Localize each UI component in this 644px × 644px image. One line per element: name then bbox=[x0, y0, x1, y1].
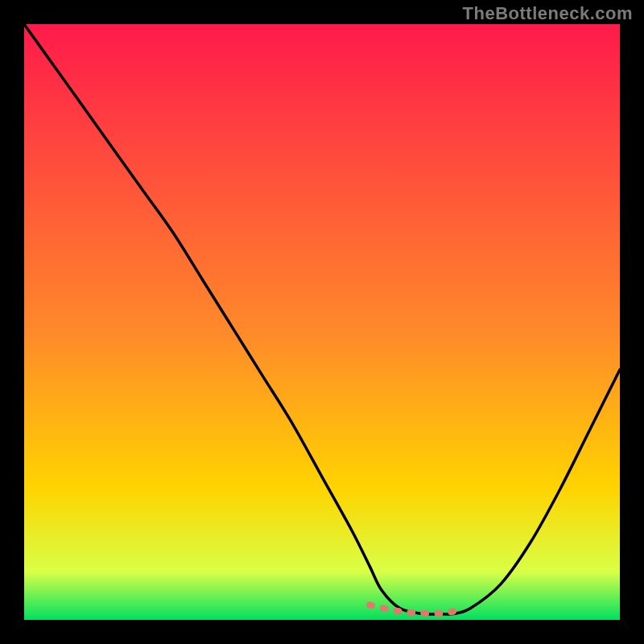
chart-frame: TheBottleneck.com bbox=[0, 0, 644, 644]
watermark-label: TheBottleneck.com bbox=[463, 3, 633, 24]
bottleneck-chart bbox=[24, 24, 620, 620]
gradient-background bbox=[24, 24, 620, 620]
